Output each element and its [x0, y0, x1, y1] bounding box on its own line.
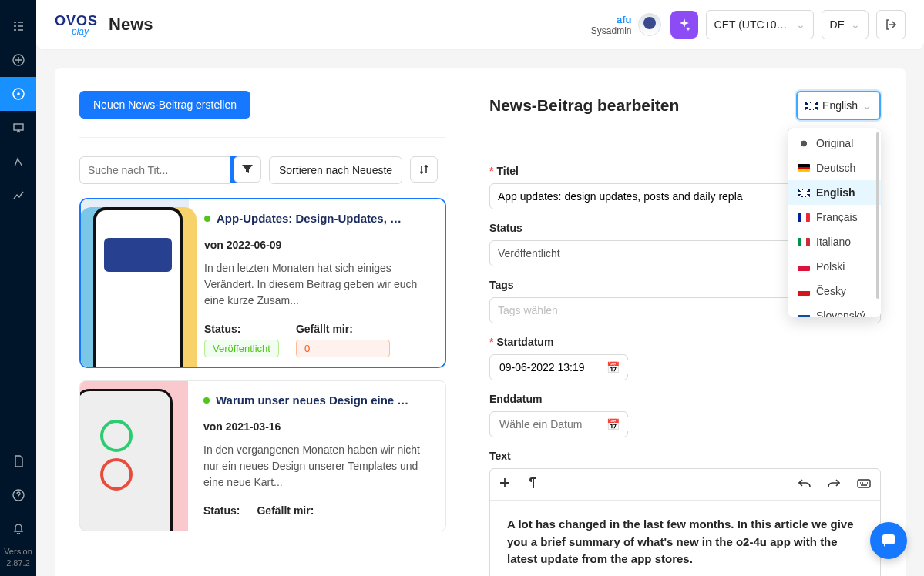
- editor-add-button[interactable]: [499, 477, 510, 491]
- language-option-it[interactable]: Italiano: [788, 229, 881, 254]
- editor-paragraph: A lot has changed in the last few months…: [507, 517, 854, 565]
- list-toolbar: Sortieren nach Neueste: [79, 156, 446, 184]
- editor-paragraph-button[interactable]: [527, 477, 536, 491]
- chevron-down-icon: ⌄: [862, 99, 872, 112]
- post-date: von 2022-06-09: [204, 239, 429, 251]
- status-label: Status:: [203, 504, 240, 517]
- status-label: Status:: [204, 323, 279, 335]
- nav-item-add[interactable]: [0, 43, 36, 77]
- svg-rect-9: [882, 534, 895, 544]
- status-badge: Veröffentlicht: [204, 340, 279, 357]
- site-language-select[interactable]: DE ⌄: [822, 10, 869, 39]
- header: OVOS play News afu Sysadmin CET (UTC+01:…: [36, 0, 924, 50]
- flag-icon: [798, 164, 810, 172]
- content-language-select[interactable]: English ⌄: [796, 91, 881, 120]
- startdate-input[interactable]: 📅: [489, 354, 628, 380]
- nav-item-notifications[interactable]: [0, 512, 36, 546]
- rich-text-editor: A lot has changed in the last few months…: [489, 468, 881, 576]
- language-option-pl[interactable]: Polski: [788, 254, 881, 279]
- sort-direction-button[interactable]: [410, 156, 438, 183]
- filter-icon: [242, 165, 253, 174]
- editor-keyboard-button[interactable]: [857, 477, 871, 491]
- flag-icon: [798, 312, 810, 318]
- language-option-label: Polski: [816, 260, 845, 273]
- ai-sparkle-button[interactable]: [670, 11, 698, 39]
- likes-badge: 0: [296, 340, 390, 357]
- language-option-en[interactable]: English: [788, 180, 881, 205]
- logo: OVOS play: [55, 13, 98, 37]
- timezone-value: CET (UTC+01:…: [714, 18, 790, 31]
- sort-select[interactable]: Sortieren nach Neueste: [269, 156, 402, 184]
- post-thumbnail: [81, 199, 189, 367]
- label-start: *Startdatum: [489, 336, 881, 348]
- flag-icon: [798, 287, 810, 296]
- language-option-label: Slovenský: [816, 310, 865, 317]
- language-option-orig[interactable]: Original: [788, 131, 881, 156]
- nav-item-help[interactable]: [0, 478, 36, 512]
- label-end: Enddatum: [489, 393, 881, 405]
- status-dot-icon: [204, 216, 210, 222]
- version-word: Version: [4, 546, 32, 557]
- flag-icon: [798, 263, 810, 271]
- main-card: Neuen News-Beitrag erstellen Sortieren n…: [55, 68, 906, 576]
- create-post-button[interactable]: Neuen News-Beitrag erstellen: [79, 91, 250, 119]
- flag-icon: [798, 213, 810, 222]
- likes-label: Gefällt mir:: [296, 323, 429, 335]
- logout-icon: [885, 18, 897, 31]
- enddate-input[interactable]: 📅: [489, 411, 628, 437]
- post-excerpt: In den vergangenen Monaten haben wir nic…: [203, 442, 430, 491]
- nav-item-outline[interactable]: [0, 9, 36, 43]
- sort-arrows-icon: [418, 164, 429, 175]
- calendar-icon: 📅: [606, 418, 620, 430]
- divider: [79, 137, 446, 138]
- user-block[interactable]: afu Sysadmin: [591, 13, 661, 36]
- timezone-select[interactable]: CET (UTC+01:… ⌄: [706, 10, 814, 39]
- flag-gb-icon: [805, 102, 818, 110]
- content-language-value: English: [822, 99, 858, 112]
- editor-toolbar: [490, 469, 880, 501]
- nav-rail: Version 2.87.2: [0, 0, 36, 576]
- search-input[interactable]: [79, 156, 230, 184]
- logo-sub: play: [72, 26, 89, 37]
- language-option-cs[interactable]: Česky: [788, 279, 881, 303]
- editor-undo-button[interactable]: [798, 477, 811, 491]
- editor-body[interactable]: A lot has changed in the last few months…: [490, 501, 880, 576]
- status-dot-icon: [203, 397, 210, 404]
- sort-label: Sortieren nach Neueste: [279, 164, 392, 176]
- language-option-fr[interactable]: Français: [788, 205, 881, 229]
- version-number: 2.87.2: [4, 558, 32, 568]
- flag-icon: [798, 139, 810, 148]
- nav-item-docs[interactable]: [0, 444, 36, 478]
- chat-icon: [880, 532, 897, 549]
- avatar: [638, 13, 661, 36]
- language-option-label: English: [816, 186, 855, 199]
- post-title: App-Updates: Design-Updates, …: [217, 212, 402, 225]
- nav-item-news[interactable]: [0, 77, 36, 111]
- nav-item-analytics[interactable]: [0, 179, 36, 213]
- nav-item-presentation[interactable]: [0, 111, 36, 145]
- nav-item-settings[interactable]: [0, 145, 36, 179]
- language-option-label: Česky: [816, 285, 846, 297]
- post-thumbnail: [80, 381, 188, 531]
- site-language-value: DE: [830, 18, 845, 31]
- filter-button[interactable]: [234, 156, 261, 183]
- post-card[interactable]: Warum unser neues Design eine … von 2021…: [79, 380, 446, 531]
- calendar-icon: 📅: [606, 361, 620, 373]
- list-column: Neuen News-Beitrag erstellen Sortieren n…: [79, 91, 446, 576]
- chevron-down-icon: ⌄: [796, 18, 805, 31]
- likes-label: Gefällt mir:: [257, 504, 314, 517]
- version-label: Version 2.87.2: [4, 546, 32, 568]
- edit-panel: News-Beitrag bearbeiten English ⌄ Origin…: [489, 91, 881, 576]
- flag-icon: [798, 238, 810, 246]
- chevron-down-icon: ⌄: [851, 18, 860, 31]
- language-option-label: Original: [816, 137, 853, 149]
- post-card[interactable]: App-Updates: Design-Updates, … von 2022-…: [79, 198, 446, 368]
- logout-button[interactable]: [876, 10, 906, 39]
- language-option-sk[interactable]: Slovenský: [788, 303, 881, 317]
- user-name: afu: [591, 14, 632, 25]
- intercom-launcher[interactable]: [870, 522, 907, 559]
- content: Neuen News-Beitrag erstellen Sortieren n…: [36, 49, 924, 576]
- svg-point-2: [18, 93, 19, 95]
- language-option-de[interactable]: Deutsch: [788, 156, 881, 180]
- editor-redo-button[interactable]: [828, 477, 840, 491]
